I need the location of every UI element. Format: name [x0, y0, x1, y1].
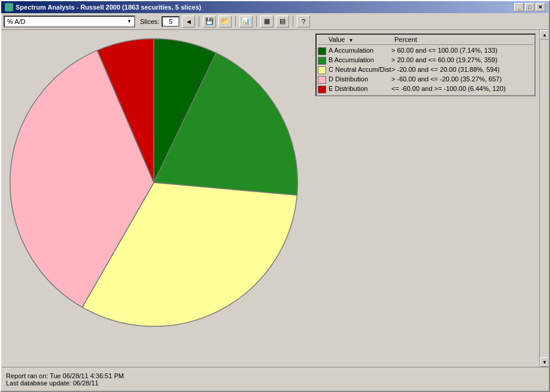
legend-rows: A Accumulation > 60.00 and <= 100.00 (7.… [318, 46, 533, 94]
legend-value: > -20.00 and <= 20.00 (31.88%, 594) [391, 66, 533, 73]
sort-icon: ▼ [348, 38, 353, 43]
status-bar: Report ran on: Tue 06/28/11 4:36:51 PM L… [1, 367, 549, 391]
legend-value: > 60.00 and <= 100.00 (7.14%, 133) [391, 47, 533, 54]
status-line1: Report ran on: Tue 06/28/11 4:36:51 PM [6, 372, 544, 379]
legend-row: D Distribution > -60.00 and <= -20.00 (3… [318, 75, 533, 84]
legend-label: A Accumulation [329, 47, 391, 54]
maximize-button[interactable]: □ [525, 3, 534, 11]
title-controls: _ □ ✕ [514, 3, 545, 11]
legend-header: Value ▼ Percent [318, 36, 533, 45]
dropdown-value: % A/D [7, 18, 26, 25]
grid-button[interactable]: ▤ [276, 16, 289, 28]
legend-row: B Accumulation > 20.00 and <= 60.00 (19.… [318, 56, 533, 65]
legend-swatch [318, 57, 326, 65]
pie-chart [1, 30, 306, 335]
toolbar: % A/D ▼ Slices: ◄ 💾 📂 📊 ▦ ▤ ? [1, 13, 549, 30]
legend-swatch [318, 66, 326, 74]
dropdown-arrow-icon: ▼ [127, 19, 132, 24]
content-area [1, 30, 312, 367]
close-button[interactable]: ✕ [536, 3, 545, 11]
save-icon: 💾 [205, 17, 214, 25]
legend-swatch [318, 86, 326, 93]
legend-label: E Distribution [329, 85, 391, 92]
legend-label: C Neutral Accum/Dist [329, 66, 391, 73]
main-window: Spectrum Analysis - Russell 2000 (1863 s… [0, 0, 550, 392]
toolbar-separator-4 [293, 16, 293, 27]
scrollbar: ▲ ▼ [539, 30, 549, 367]
legend-row: C Neutral Accum/Dist > -20.00 and <= 20.… [318, 65, 533, 75]
open-button[interactable]: 📂 [218, 16, 232, 28]
grid-icon: ▤ [279, 17, 285, 25]
legend-row: E Distribution <= -60.00 and >= -100.00 … [318, 84, 533, 94]
chart-button[interactable]: 📊 [239, 16, 253, 28]
legend-value-header: Value ▼ [329, 36, 394, 43]
help-button[interactable]: ? [297, 16, 310, 28]
save-button[interactable]: 💾 [203, 16, 216, 28]
table-button[interactable]: ▦ [260, 16, 274, 28]
toolbar-separator-1 [199, 16, 199, 27]
scroll-up-button[interactable]: ▲ [540, 30, 549, 39]
legend-percent-header: Percent [394, 36, 533, 43]
legend-swatch [318, 47, 326, 55]
window-title: Spectrum Analysis - Russell 2000 (1863 s… [16, 4, 201, 11]
legend-value: <= -60.00 and >= -100.00 (6.44%, 120) [391, 85, 533, 92]
chart-icon: 📊 [242, 17, 250, 25]
scroll-track [540, 39, 549, 357]
toolbar-separator-2 [235, 16, 236, 27]
legend-label: D Distribution [329, 75, 391, 83]
slices-input[interactable] [162, 16, 180, 27]
legend-value: > 20.00 and <= 60.00 (19.27%, 359) [391, 56, 533, 63]
app-icon [5, 3, 13, 11]
status-line2: Last database update: 06/28/11 [6, 379, 544, 387]
legend-swatch [318, 76, 326, 84]
indicator-dropdown[interactable]: % A/D ▼ [4, 16, 135, 28]
toolbar-separator-3 [256, 16, 257, 27]
legend-table: Value ▼ Percent A Accumulation > 60.00 a… [315, 34, 536, 96]
legend-label: B Accumulation [329, 56, 391, 63]
legend-value: > -60.00 and <= -20.00 (35.27%, 657) [391, 75, 533, 83]
slices-label: Slices: [140, 18, 159, 25]
legend-panel: Value ▼ Percent A Accumulation > 60.00 a… [312, 30, 539, 100]
help-icon: ? [302, 18, 305, 25]
legend-row: A Accumulation > 60.00 and <= 100.00 (7.… [318, 46, 533, 56]
title-bar-left: Spectrum Analysis - Russell 2000 (1863 s… [5, 3, 201, 11]
title-bar: Spectrum Analysis - Russell 2000 (1863 s… [1, 1, 549, 13]
open-icon: 📂 [221, 17, 229, 25]
scroll-down-button[interactable]: ▼ [540, 357, 549, 367]
slices-decrement-button[interactable]: ◄ [182, 16, 195, 28]
minimize-button[interactable]: _ [514, 3, 524, 11]
table-icon: ▦ [264, 17, 270, 25]
